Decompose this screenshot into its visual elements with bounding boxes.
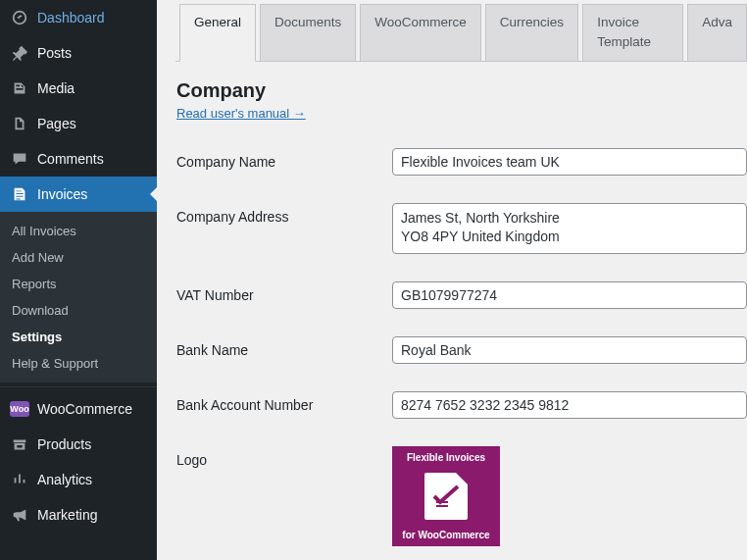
submenu-item-settings[interactable]: Settings [0, 324, 157, 350]
sidebar-item-pages[interactable]: Pages [0, 106, 157, 141]
input-company-name[interactable] [392, 148, 747, 176]
input-vat-number[interactable] [392, 281, 747, 309]
sidebar-item-label: Posts [37, 45, 72, 61]
submenu-item-download[interactable]: Download [0, 297, 157, 324]
label-company-name: Company Name [176, 148, 392, 170]
sidebar-item-products[interactable]: Products [0, 427, 157, 462]
logo-text-top: Flexible Invoices [407, 452, 485, 463]
submenu-item-add-new[interactable]: Add New [0, 244, 157, 271]
sidebar-item-label: Invoices [37, 186, 87, 202]
woocommerce-icon: Woo [10, 399, 29, 419]
analytics-icon [10, 470, 29, 489]
sidebar-item-label: Media [37, 80, 75, 96]
invoices-icon [10, 184, 29, 204]
logo-text-bottom: for WooCommerce [402, 530, 489, 540]
sidebar-item-marketing[interactable]: Marketing [0, 497, 157, 533]
sidebar-item-dashboard[interactable]: Dashboard [0, 0, 157, 35]
logo-preview[interactable]: Flexible Invoices for WooCommerce [392, 446, 500, 546]
tab-invoice-template[interactable]: Invoice Template [582, 4, 683, 61]
document-check-icon [424, 473, 468, 520]
label-logo: Logo [176, 446, 392, 468]
sidebar-item-label: Comments [37, 151, 104, 167]
media-icon [10, 78, 29, 98]
manual-link[interactable]: Read user's manual → [176, 106, 306, 121]
content-area: General Documents WooCommerce Currencies… [157, 0, 747, 560]
row-bank-account: Bank Account Number [176, 391, 747, 419]
tab-woocommerce[interactable]: WooCommerce [360, 4, 481, 61]
sidebar-submenu-invoices: All Invoices Add New Reports Download Se… [0, 212, 157, 382]
sidebar-item-woocommerce[interactable]: Woo WooCommerce [0, 391, 157, 427]
row-company-name: Company Name [176, 148, 747, 176]
sidebar-item-label: Pages [37, 116, 76, 131]
sidebar-item-label: Products [37, 436, 91, 452]
label-vat-number: VAT Number [176, 281, 392, 303]
sidebar-item-comments[interactable]: Comments [0, 141, 157, 177]
comments-icon [10, 149, 29, 169]
sidebar-item-invoices[interactable]: Invoices [0, 177, 157, 212]
company-form: Company Name Company Address VAT Number … [176, 148, 747, 546]
label-company-address: Company Address [176, 203, 392, 225]
section-title: Company [176, 79, 747, 102]
submenu-item-reports[interactable]: Reports [0, 271, 157, 297]
sidebar-item-posts[interactable]: Posts [0, 35, 157, 71]
megaphone-icon [10, 505, 29, 525]
submenu-item-help[interactable]: Help & Support [0, 350, 157, 377]
row-company-address: Company Address [176, 203, 747, 254]
sidebar-item-label: Analytics [37, 472, 92, 487]
sidebar-item-media[interactable]: Media [0, 71, 157, 106]
products-icon [10, 434, 29, 454]
tab-documents[interactable]: Documents [260, 4, 356, 61]
submenu-item-all-invoices[interactable]: All Invoices [0, 218, 157, 244]
label-bank-account: Bank Account Number [176, 391, 392, 413]
row-bank-name: Bank Name [176, 336, 747, 364]
sidebar-item-analytics[interactable]: Analytics [0, 462, 157, 497]
input-bank-account[interactable] [392, 391, 747, 419]
label-bank-name: Bank Name [176, 336, 392, 358]
sidebar-item-label: Dashboard [37, 10, 105, 25]
sidebar-item-label: Marketing [37, 507, 97, 523]
row-logo: Logo Flexible Invoices for WooCommerce [176, 446, 747, 546]
pages-icon [10, 114, 29, 133]
settings-tabs: General Documents WooCommerce Currencies… [175, 4, 747, 62]
input-bank-name[interactable] [392, 336, 747, 364]
row-vat-number: VAT Number [176, 281, 747, 309]
tab-currencies[interactable]: Currencies [485, 4, 578, 61]
tab-general[interactable]: General [179, 4, 256, 62]
sidebar-item-label: WooCommerce [37, 401, 132, 417]
tab-advanced[interactable]: Adva [687, 4, 747, 61]
input-company-address[interactable] [392, 203, 747, 254]
pin-icon [10, 43, 29, 63]
dashboard-icon [10, 8, 29, 27]
admin-sidebar: Dashboard Posts Media Pages Comments Inv… [0, 0, 157, 560]
